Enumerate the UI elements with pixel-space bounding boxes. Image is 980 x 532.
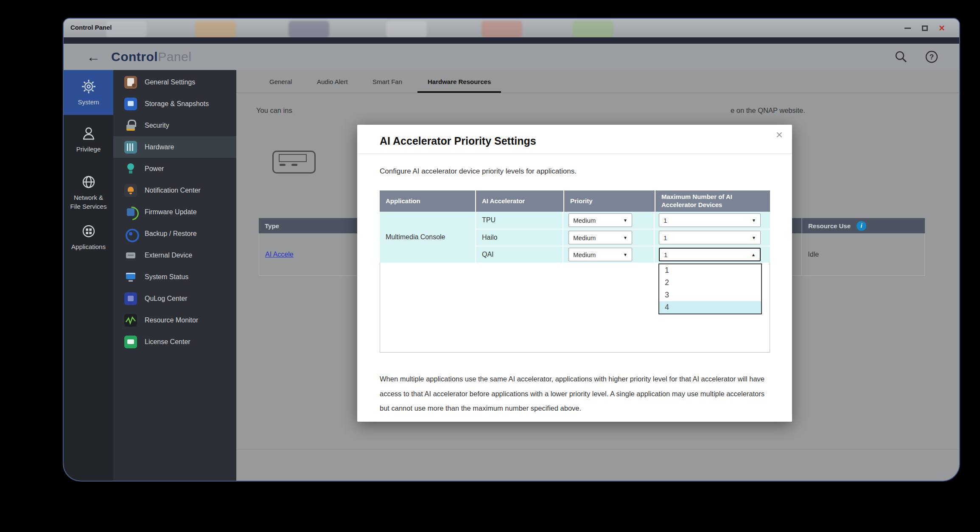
category-rail: System Privilege N [64,70,113,482]
content-divider [236,449,959,450]
titlebar-divider [64,37,959,44]
chevron-down-icon: ▼ [752,235,756,240]
close-icon[interactable]: × [939,23,945,33]
chevron-down-icon: ▼ [623,235,627,240]
app-title-bold: Control [111,50,158,64]
intro-text-fragment-right: e on the QNAP website. [731,106,805,115]
menu-item-storage-snapshots[interactable]: Storage & Snapshots [113,93,236,115]
menu-item-notification-center[interactable]: Notification Center [113,179,236,201]
dialog-close-icon[interactable]: × [776,129,783,141]
resource-use-label: Resource Use [808,222,851,230]
menu-item-power[interactable]: Power [113,158,236,179]
ai-accelerator-priority-dialog: × AI Accelerator Priority Settings Confi… [357,125,792,422]
tab-general[interactable]: General [269,70,292,93]
dropdown-option-3[interactable]: 3 [659,289,761,301]
priority-select-tpu[interactable]: Medium ▼ [568,213,632,227]
menu-item-hardware[interactable]: Hardware [113,136,236,158]
accelerator-name: TPU [476,212,563,229]
menu-item-label: Resource Monitor [145,316,198,324]
menu-item-label: Backup / Restore [145,230,197,238]
max-devices-select-qai-open[interactable]: 1 ▲ [659,248,761,261]
dropdown-option-4-highlighted[interactable]: 4 [659,301,761,314]
menu-item-label: License Center [145,338,190,346]
rail-label: Network & File Services [70,193,107,211]
column-header-ai-accelerator: AI Accelerator [476,190,564,212]
table-row-qai: QAI Medium ▼ 1 ▲ [476,246,770,263]
desktop-icon-ghost [386,21,427,37]
rail-item-network-file-services[interactable]: Network & File Services [64,171,113,213]
menu-item-external-device[interactable]: External Device [113,244,236,266]
gear-icon [80,78,97,95]
menu-item-backup-restore[interactable]: Backup / Restore [113,223,236,244]
menu-item-general-settings[interactable]: General Settings [113,71,236,93]
desktop-background: Control Panel × ← ControlPanel ? [0,0,980,532]
license-card-icon [124,336,137,348]
rail-item-system[interactable]: System [64,70,113,115]
window-title: Control Panel [70,24,112,31]
rail-item-applications[interactable]: Applications [64,219,113,255]
rail-label: Applications [71,243,106,251]
menu-item-firmware-update[interactable]: Firmware Update [113,201,236,223]
tabs-bar: General Audio Alert Smart Fan Hardware R… [236,70,959,93]
tab-hardware-resources[interactable]: Hardware Resources [417,70,501,93]
max-devices-select-hailo[interactable]: 1 ▼ [659,231,761,244]
info-icon[interactable]: i [857,221,866,231]
maximize-icon[interactable] [922,25,928,31]
resource-graph-icon [124,314,137,327]
window-controls: × [904,19,945,37]
chevron-down-icon: ▼ [623,252,627,257]
globe-icon [80,174,97,190]
menu-item-qulog-center[interactable]: QuLog Center [113,288,236,309]
desktop-icon-ghost [106,21,147,37]
app-header: ← ControlPanel ? [64,44,959,70]
tab-smart-fan[interactable]: Smart Fan [372,70,402,93]
priority-value: Medium [573,234,596,241]
max-devices-select-tpu[interactable]: 1 ▼ [659,213,761,227]
menu-item-system-status[interactable]: System Status [113,266,236,288]
person-icon [80,125,97,142]
menu-item-license-center[interactable]: License Center [113,331,236,353]
monitor-icon [124,271,137,283]
menu-item-label: Hardware [145,143,174,151]
dropdown-option-1[interactable]: 1 [659,264,761,277]
clipboard-gear-icon [124,76,137,89]
chevron-down-icon: ▼ [752,218,756,223]
priority-value: Medium [573,251,596,258]
dropdown-option-2[interactable]: 2 [659,277,761,289]
menu-item-security[interactable]: Security [113,115,236,136]
column-header-max-devices: Maximum Number of AI Accelerator Devices [655,190,770,212]
menu-item-label: Storage & Snapshots [145,100,209,108]
apps-grid-icon [80,223,97,240]
max-devices-dropdown-list: 1 2 3 4 [658,263,762,314]
qulog-icon [124,292,137,305]
app-title: ControlPanel [111,50,191,64]
back-arrow-icon[interactable]: ← [87,50,100,64]
dialog-footer-note: When multiple applications use the same … [380,372,766,416]
rail-label: System [78,98,99,106]
column-header-priority: Priority [564,190,655,212]
tab-audio-alert[interactable]: Audio Alert [317,70,348,93]
desktop-icon-ghost [482,21,522,37]
firmware-chip-icon [124,206,137,218]
search-icon[interactable] [894,50,908,64]
column-header-resource-use: Resource Use i [802,218,925,233]
app-title-light: Panel [158,50,191,64]
priority-table-header: Application AI Accelerator Priority Maxi… [380,190,770,212]
bell-icon [124,184,137,197]
menu-item-resource-monitor[interactable]: Resource Monitor [113,309,236,331]
rail-item-privilege[interactable]: Privilege [64,122,113,157]
ai-accelerator-link[interactable]: AI Accele [265,251,294,258]
priority-select-hailo[interactable]: Medium ▼ [568,231,632,244]
window-titlebar[interactable]: Control Panel × [64,19,959,37]
minimize-icon[interactable] [904,28,911,29]
menu-item-label: System Status [145,273,188,281]
nas-illustration [272,151,316,174]
priority-select-qai[interactable]: Medium ▼ [568,248,632,261]
menu-item-label: QuLog Center [145,295,188,302]
help-icon[interactable]: ? [924,50,939,64]
menu-item-label: Security [145,122,169,129]
control-panel-window: Control Panel × ← ControlPanel ? [63,18,960,482]
priority-table-body: Multimedia Console TPU Medium ▼ [380,212,770,263]
table-row-tpu: TPU Medium ▼ 1 ▼ [476,212,770,229]
intro-text-fragment-left: You can ins [256,106,292,115]
